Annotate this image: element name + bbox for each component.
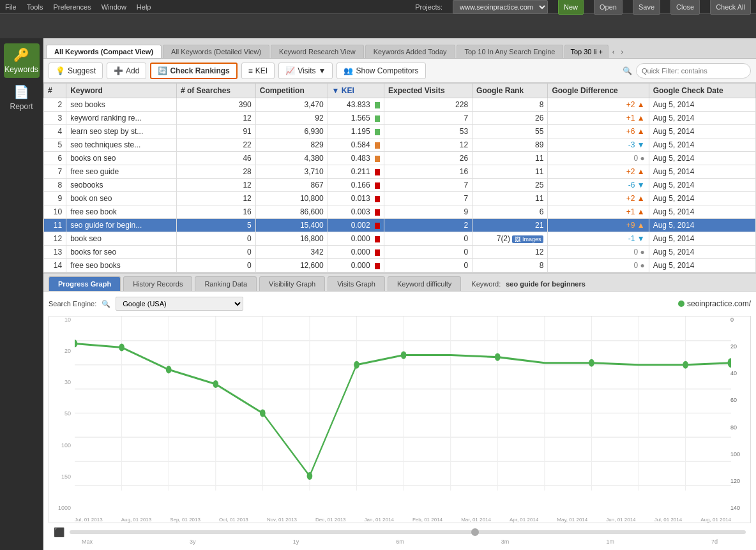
- bottom-panel: Progress Graph History Records Ranking D…: [43, 272, 756, 550]
- y-rank-80: 80: [728, 424, 750, 431]
- menu-preferences[interactable]: Preferences: [53, 3, 91, 11]
- show-competitors-button[interactable]: 👥 Show Competitors: [336, 63, 425, 79]
- table-row[interactable]: 13 books for seo 0 342 0.000 0 12 0 ● Au…: [44, 246, 756, 259]
- check-rankings-button[interactable]: 🔄 Check Rankings: [150, 63, 237, 79]
- sidebar-item-report[interactable]: 📄 Report: [4, 80, 40, 115]
- svg-point-29: [589, 359, 594, 367]
- table-row[interactable]: 5 seo techniques ste... 22 829 0.584 12 …: [44, 138, 756, 152]
- cell-date: Aug 5, 2014: [649, 138, 755, 152]
- cell-diff: 0 ●: [548, 152, 649, 165]
- col-num[interactable]: #: [44, 84, 66, 98]
- bottom-tab-keyword-difficulty[interactable]: Keyword difficulty: [388, 276, 461, 291]
- visits-button[interactable]: 📈 Visits ▼: [278, 63, 333, 79]
- project-select[interactable]: www.seoinpractice.com: [453, 0, 548, 14]
- new-button[interactable]: New: [558, 0, 584, 15]
- cell-searches: 16: [176, 205, 255, 219]
- cell-rank: 7(2) 🖼 Images: [472, 232, 548, 246]
- keywords-icon: 🔑: [13, 47, 29, 63]
- table-row[interactable]: 11 seo guide for begin... 5 15,400 0.002…: [44, 219, 756, 232]
- cell-kei: 0.483: [328, 152, 384, 165]
- tab-top-10[interactable]: Top 10 In Any Search Engine: [457, 45, 564, 58]
- bottom-tab-ranking-data[interactable]: Ranking Data: [195, 276, 257, 291]
- tab-top-30[interactable]: Top 30 li +: [564, 45, 608, 58]
- scrubber-handle[interactable]: [471, 528, 479, 536]
- chart-container: 10 20 30 50 100 150 1000 0 20 40 60 80 1…: [49, 316, 751, 523]
- col-keyword[interactable]: Keyword: [66, 84, 177, 98]
- table-row[interactable]: 10 free seo book 16 86,600 0.003 9 6 +1 …: [44, 205, 756, 219]
- cell-visits: 16: [384, 165, 472, 179]
- kei-indicator: [375, 209, 380, 216]
- x-axis-labels: Jul, 01 2013 Aug, 01 2013 Sep, 01 2013 O…: [75, 517, 731, 523]
- table-row[interactable]: 14 free seo books 0 12,600 0.000 0 8 0 ●…: [44, 259, 756, 272]
- y-rank-40: 40: [728, 370, 750, 376]
- cell-competition: 10,800: [255, 192, 328, 205]
- engine-select[interactable]: Google (USA): [116, 297, 243, 311]
- keyword-value: seo guide for beginners: [506, 280, 586, 288]
- menu-help[interactable]: Help: [137, 3, 151, 11]
- cell-searches: 28: [176, 165, 255, 179]
- cell-num: 7: [44, 165, 66, 179]
- quick-filter-input[interactable]: [636, 63, 751, 78]
- col-visits[interactable]: Expected Visits: [384, 84, 472, 98]
- bottom-tab-progress-graph[interactable]: Progress Graph: [49, 276, 121, 291]
- cell-num: 11: [44, 219, 66, 232]
- tab-keywords-added-today[interactable]: Keywords Added Today: [365, 45, 455, 58]
- export-icon[interactable]: ⬛: [54, 527, 64, 537]
- open-button[interactable]: Open: [594, 0, 623, 15]
- cell-rank: 25: [472, 179, 548, 192]
- bottom-tab-visits-graph[interactable]: Visits Graph: [328, 276, 385, 291]
- cell-competition: 12,600: [255, 259, 328, 272]
- cell-diff: +2 ▲: [548, 165, 649, 179]
- table-row[interactable]: 7 free seo guide 28 3,710 0.211 16 11 +2…: [44, 165, 756, 179]
- check-all-button[interactable]: Check All: [710, 0, 751, 15]
- col-kei[interactable]: ▼ KEI: [328, 84, 384, 98]
- tab-all-keywords-compact[interactable]: All Keywords (Compact View): [46, 45, 162, 58]
- menu-tools[interactable]: Tools: [27, 3, 43, 11]
- cell-date: Aug 5, 2014: [649, 165, 755, 179]
- tab-all-keywords-detailed[interactable]: All Keywords (Detailed View): [163, 45, 269, 58]
- cell-kei: 1.565: [328, 112, 384, 125]
- col-date[interactable]: Google Check Date: [649, 84, 755, 98]
- table-row[interactable]: 2 seo books 390 3,470 43.833 228 8 +2 ▲ …: [44, 98, 756, 112]
- kei-indicator: [375, 102, 380, 108]
- table-row[interactable]: 8 seobooks 12 867 0.166 7 25 -6 ▼ Aug 5,…: [44, 179, 756, 192]
- col-diff[interactable]: Google Difference: [548, 84, 649, 98]
- cell-visits: 2: [384, 219, 472, 232]
- table-row[interactable]: 12 book seo 0 16,800 0.000 0 7(2) 🖼 Imag…: [44, 232, 756, 246]
- table-row[interactable]: 6 books on seo 46 4,380 0.483 26 11 0 ● …: [44, 152, 756, 165]
- cell-keyword: free seo book: [66, 205, 177, 219]
- save-button[interactable]: Save: [633, 0, 660, 15]
- kei-indicator: [375, 142, 380, 149]
- add-button[interactable]: ➕ Add: [107, 63, 146, 79]
- svg-point-22: [166, 366, 172, 373]
- kei-button[interactable]: ≡ KEI: [241, 63, 275, 79]
- cell-num: 6: [44, 152, 66, 165]
- tab-keyword-research[interactable]: Keyword Research View: [271, 45, 364, 58]
- bottom-tab-history-records[interactable]: History Records: [123, 276, 192, 291]
- cell-competition: 3,470: [255, 98, 328, 112]
- cell-rank: 21: [472, 219, 548, 232]
- table-row[interactable]: 4 learn seo step by st... 91 6,930 1.195…: [44, 125, 756, 138]
- menu-window[interactable]: Window: [102, 3, 126, 11]
- bottom-tab-visibility-graph[interactable]: Visibility Graph: [259, 276, 325, 291]
- timeline-1m: 1m: [606, 539, 614, 545]
- cell-date: Aug 5, 2014: [649, 192, 755, 205]
- sidebar-item-keywords[interactable]: 🔑 Keywords: [4, 43, 40, 78]
- tab-prev-arrow[interactable]: ‹: [610, 45, 617, 58]
- table-row[interactable]: 3 keyword ranking re... 12 92 1.565 7 26…: [44, 112, 756, 125]
- tab-next-arrow[interactable]: ›: [619, 45, 626, 58]
- close-button[interactable]: Close: [670, 0, 700, 15]
- cell-searches: 12: [176, 112, 255, 125]
- table-row[interactable]: 9 book on seo 12 10,800 0.013 7 11 +2 ▲ …: [44, 192, 756, 205]
- menu-file[interactable]: File: [5, 3, 17, 11]
- suggest-button[interactable]: 💡 Suggest: [49, 63, 103, 79]
- col-searches[interactable]: # of Searches: [176, 84, 255, 98]
- scrubber-track[interactable]: [70, 530, 746, 534]
- cell-searches: 390: [176, 98, 255, 112]
- timeline-1y: 1y: [293, 539, 299, 545]
- x-label-nov13: Nov, 01 2013: [267, 517, 297, 523]
- sidebar: 🔑 Keywords 📄 Report: [0, 38, 43, 550]
- col-rank[interactable]: Google Rank: [472, 84, 548, 98]
- col-competition[interactable]: Competition: [255, 84, 328, 98]
- sidebar-label-keywords: Keywords: [4, 65, 38, 74]
